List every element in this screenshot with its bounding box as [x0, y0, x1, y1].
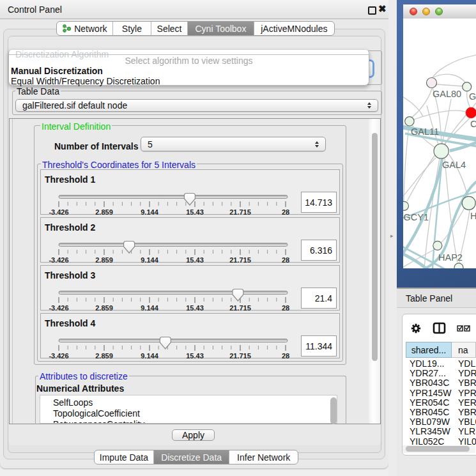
- svg-text:28: 28: [282, 304, 289, 312]
- svg-text:GCY1: GCY1: [404, 212, 429, 222]
- svg-text:21.715: 21.715: [229, 304, 251, 312]
- svg-text:9.144: 9.144: [141, 352, 158, 360]
- svg-text:15.43: 15.43: [186, 352, 204, 360]
- svg-text:15.43: 15.43: [186, 304, 204, 312]
- svg-text:28: 28: [282, 256, 289, 264]
- svg-text:21.715: 21.715: [229, 256, 251, 264]
- svg-text:21.715: 21.715: [229, 208, 251, 216]
- svg-text:9.144: 9.144: [141, 256, 158, 264]
- svg-text:-3.426: -3.426: [49, 352, 68, 360]
- svg-text:-3.426: -3.426: [49, 208, 68, 216]
- svg-text:H: H: [470, 211, 476, 221]
- svg-text:21.715: 21.715: [229, 352, 251, 360]
- svg-text:C: C: [470, 119, 476, 129]
- svg-text:-3.426: -3.426: [49, 256, 68, 264]
- svg-text:2.859: 2.859: [95, 304, 113, 312]
- svg-text:9.144: 9.144: [141, 208, 158, 216]
- svg-text:2.859: 2.859: [95, 256, 113, 264]
- svg-text:15.43: 15.43: [186, 256, 204, 264]
- svg-text:GAL11: GAL11: [411, 127, 439, 137]
- svg-text:GAL80: GAL80: [433, 89, 461, 99]
- svg-text:2.859: 2.859: [95, 352, 113, 360]
- svg-text:9.144: 9.144: [141, 304, 158, 312]
- svg-text:HAP2: HAP2: [438, 252, 463, 263]
- svg-text:28: 28: [282, 352, 289, 360]
- svg-text:-3.426: -3.426: [49, 304, 68, 312]
- svg-text:28: 28: [282, 208, 289, 216]
- svg-text:2.859: 2.859: [95, 208, 113, 216]
- svg-text:15.43: 15.43: [186, 208, 204, 216]
- svg-text:GAL4: GAL4: [442, 160, 466, 170]
- svg-text:GA: GA: [469, 91, 476, 102]
